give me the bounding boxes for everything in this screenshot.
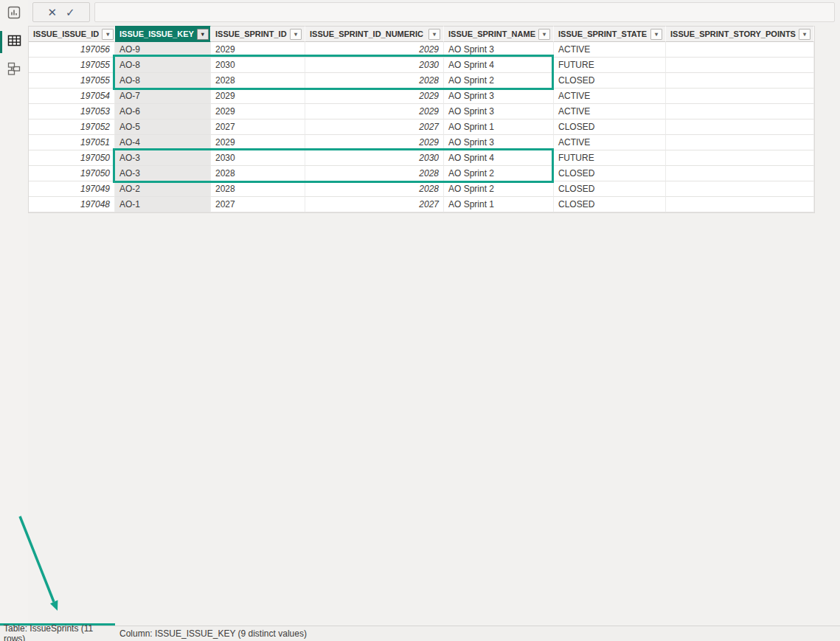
table-cell[interactable]: 2030: [211, 58, 305, 73]
table-cell[interactable]: AO Sprint 1: [444, 197, 554, 212]
column-header-issue_issue_id[interactable]: ISSUE_ISSUE_ID▾: [29, 26, 115, 42]
table-cell[interactable]: AO Sprint 4: [444, 58, 554, 73]
table-cell[interactable]: 197051: [29, 135, 115, 150]
column-header-issue_sprint_story_points[interactable]: ISSUE_SPRINT_STORY_POINTS▾: [666, 26, 814, 42]
table-cell[interactable]: [666, 119, 814, 135]
table-cell[interactable]: 2029: [211, 104, 305, 119]
table-cell[interactable]: 2027: [305, 197, 444, 212]
table-cell[interactable]: FUTURE: [554, 150, 666, 166]
table-cell[interactable]: FUTURE: [554, 58, 666, 73]
table-cell[interactable]: [666, 58, 814, 73]
table-cell[interactable]: 197054: [29, 89, 115, 104]
table-cell[interactable]: [666, 89, 814, 104]
table-cell[interactable]: 2027: [305, 119, 444, 135]
table-row: 197048AO-120272027AO Sprint 1CLOSED: [29, 197, 814, 212]
filter-dropdown-icon[interactable]: ▾: [290, 29, 302, 40]
table-cell[interactable]: 197050: [29, 166, 115, 181]
table-cell[interactable]: AO Sprint 2: [444, 73, 554, 89]
table-cell[interactable]: 2029: [305, 135, 444, 150]
table-cell[interactable]: AO Sprint 3: [444, 104, 554, 119]
table-cell[interactable]: AO Sprint 2: [444, 166, 554, 181]
filter-dropdown-icon[interactable]: ▾: [197, 29, 209, 40]
table-cell[interactable]: 2029: [211, 89, 305, 104]
formula-cancel-icon[interactable]: ✕: [47, 7, 57, 18]
data-table: ISSUE_ISSUE_ID▾ISSUE_ISSUE_KEY▾ISSUE_SPR…: [28, 26, 815, 213]
table-cell[interactable]: 2030: [305, 58, 444, 73]
filter-dropdown-icon[interactable]: ▾: [102, 29, 114, 40]
filter-dropdown-icon[interactable]: ▾: [650, 29, 662, 40]
column-header-issue_sprint_name[interactable]: ISSUE_SPRINT_NAME▾: [444, 26, 554, 42]
table-cell[interactable]: AO Sprint 2: [444, 181, 554, 197]
table-cell[interactable]: AO Sprint 4: [444, 150, 554, 166]
table-cell[interactable]: 2029: [305, 42, 444, 58]
table-cell[interactable]: CLOSED: [554, 181, 666, 197]
table-cell[interactable]: 2028: [305, 73, 444, 89]
table-cell[interactable]: 2030: [211, 150, 305, 166]
table-cell[interactable]: AO-3: [115, 150, 211, 166]
table-cell[interactable]: 2029: [211, 135, 305, 150]
table-cell[interactable]: 2027: [211, 197, 305, 212]
table-cell[interactable]: ACTIVE: [554, 89, 666, 104]
formula-confirm-icon[interactable]: ✓: [66, 7, 75, 18]
table-cell[interactable]: 2028: [305, 166, 444, 181]
table-cell[interactable]: [666, 135, 814, 150]
table-cell[interactable]: CLOSED: [554, 119, 666, 135]
sidebar-item-model-view[interactable]: [0, 56, 28, 84]
table-cell[interactable]: [666, 181, 814, 197]
filter-dropdown-icon[interactable]: ▾: [799, 29, 811, 40]
column-header-issue_sprint_id_numeric[interactable]: ISSUE_SPRINT_ID_NUMERIC▾: [305, 26, 444, 42]
table-cell[interactable]: AO-8: [115, 73, 211, 89]
table-cell[interactable]: AO-6: [115, 104, 211, 119]
table-cell[interactable]: AO-5: [115, 119, 211, 135]
table-cell[interactable]: 2028: [211, 166, 305, 181]
table-cell[interactable]: 2027: [211, 119, 305, 135]
table-cell[interactable]: ACTIVE: [554, 135, 666, 150]
table-cell[interactable]: 2028: [211, 73, 305, 89]
table-cell[interactable]: [666, 150, 814, 166]
table-cell[interactable]: AO-1: [115, 197, 211, 212]
table-cell[interactable]: 2029: [305, 89, 444, 104]
table-cell[interactable]: 197055: [29, 58, 115, 73]
table-cell[interactable]: 197056: [29, 42, 115, 58]
table-cell[interactable]: AO Sprint 3: [444, 135, 554, 150]
table-cell[interactable]: [666, 104, 814, 119]
column-header-issue_sprint_state[interactable]: ISSUE_SPRINT_STATE▾: [554, 26, 666, 42]
table-cell[interactable]: AO-9: [115, 42, 211, 58]
sidebar-item-data-view[interactable]: [0, 28, 28, 56]
table-cell[interactable]: AO Sprint 3: [444, 89, 554, 104]
table-cell[interactable]: 197052: [29, 119, 115, 135]
table-cell[interactable]: AO-8: [115, 58, 211, 73]
table-cell[interactable]: [666, 42, 814, 58]
table-cell[interactable]: 197055: [29, 73, 115, 89]
table-cell[interactable]: 197048: [29, 197, 115, 212]
table-cell[interactable]: CLOSED: [554, 197, 666, 212]
filter-dropdown-icon[interactable]: ▾: [428, 29, 440, 40]
table-cell[interactable]: CLOSED: [554, 73, 666, 89]
table-cell[interactable]: ACTIVE: [554, 42, 666, 58]
table-cell[interactable]: AO Sprint 3: [444, 42, 554, 58]
table-cell[interactable]: 197049: [29, 181, 115, 197]
column-header-issue_sprint_id[interactable]: ISSUE_SPRINT_ID▾: [211, 26, 305, 42]
table-cell[interactable]: 2029: [305, 104, 444, 119]
formula-bar: ✕ ✓: [28, 0, 840, 24]
table-cell[interactable]: AO Sprint 1: [444, 119, 554, 135]
table-cell[interactable]: AO-3: [115, 166, 211, 181]
table-cell[interactable]: AO-4: [115, 135, 211, 150]
table-cell[interactable]: 197053: [29, 104, 115, 119]
table-cell[interactable]: [666, 73, 814, 89]
table-cell[interactable]: AO-2: [115, 181, 211, 197]
table-cell[interactable]: 2030: [305, 150, 444, 166]
table-cell[interactable]: 2028: [211, 181, 305, 197]
table-cell[interactable]: 2029: [211, 42, 305, 58]
column-header-issue_issue_key[interactable]: ISSUE_ISSUE_KEY▾: [115, 26, 211, 42]
table-cell[interactable]: [666, 166, 814, 181]
table-cell[interactable]: ACTIVE: [554, 104, 666, 119]
sidebar-item-report-view[interactable]: [0, 0, 28, 28]
filter-dropdown-icon[interactable]: ▾: [538, 29, 550, 40]
table-cell[interactable]: CLOSED: [554, 166, 666, 181]
table-cell[interactable]: [666, 197, 814, 212]
table-cell[interactable]: 197050: [29, 150, 115, 166]
table-cell[interactable]: 2028: [305, 181, 444, 197]
formula-input[interactable]: [94, 2, 835, 22]
table-cell[interactable]: AO-7: [115, 89, 211, 104]
